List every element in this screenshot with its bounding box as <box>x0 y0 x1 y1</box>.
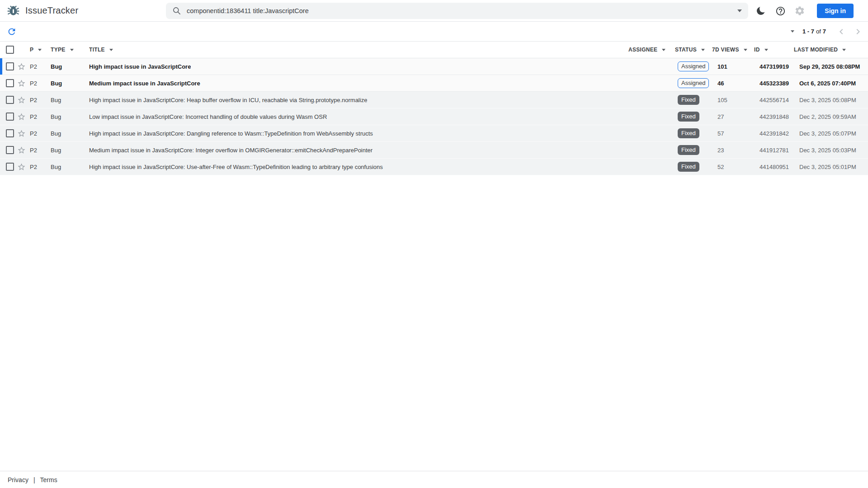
views-value: 57 <box>717 130 724 137</box>
sort-arrow-icon[interactable] <box>842 49 846 51</box>
row-checkbox[interactable] <box>6 62 14 70</box>
sort-arrow-icon[interactable] <box>744 49 747 51</box>
moon-icon <box>755 5 766 16</box>
views-value: 27 <box>717 113 724 120</box>
column-header-modified[interactable]: LAST MODIFIED <box>794 47 868 53</box>
help-button[interactable] <box>774 5 786 17</box>
issue-row[interactable]: P2 Bug High impact issue in JavaScriptCo… <box>0 92 868 108</box>
modified-value: Oct 6, 2025 07:40PM <box>799 80 856 87</box>
chevron-down-icon[interactable] <box>737 9 742 12</box>
help-icon <box>775 6 786 16</box>
issue-title-link[interactable]: High impact issue in JavaScriptCore: Dan… <box>89 130 373 137</box>
row-checkbox[interactable] <box>6 113 14 121</box>
type-value: Bug <box>51 63 62 70</box>
row-checkbox[interactable] <box>6 79 14 87</box>
column-header-title[interactable]: TITLE <box>89 47 628 53</box>
sort-arrow-icon[interactable] <box>70 49 74 51</box>
status-badge: Fixed <box>678 145 699 155</box>
issue-id: 442556714 <box>760 97 789 103</box>
star-icon[interactable] <box>17 96 26 104</box>
modified-value: Dec 3, 2025 05:08PM <box>799 97 856 103</box>
star-icon[interactable] <box>17 163 26 171</box>
table-header-row: P TYPE TITLE ASSIGNEE STATUS 7D VIEWS ID… <box>0 42 868 58</box>
issue-row[interactable]: P2 Bug High impact issue in JavaScriptCo… <box>0 58 868 75</box>
type-value: Bug <box>51 130 61 137</box>
sort-arrow-icon[interactable] <box>662 49 665 51</box>
selected-row-indicator <box>0 58 2 75</box>
column-header-assignee[interactable]: ASSIGNEE <box>628 47 675 53</box>
type-value: Bug <box>51 147 61 154</box>
views-value: 105 <box>717 97 727 103</box>
priority-value: P2 <box>30 113 37 120</box>
row-checkbox[interactable] <box>6 96 14 104</box>
privacy-link[interactable]: Privacy <box>8 476 28 483</box>
type-value: Bug <box>51 80 62 87</box>
row-checkbox[interactable] <box>6 146 14 154</box>
previous-page-button[interactable] <box>836 26 847 37</box>
star-icon[interactable] <box>17 62 26 71</box>
gear-icon <box>794 5 805 16</box>
issue-row[interactable]: P2 Bug Medium impact issue in JavaScript… <box>0 142 868 159</box>
app-title: IssueTracker <box>25 5 78 16</box>
issue-row[interactable]: P2 Bug High impact issue in JavaScriptCo… <box>0 125 868 142</box>
list-toolbar: 1 - 7 of 7 <box>0 22 868 42</box>
star-icon[interactable] <box>17 113 26 121</box>
sort-arrow-icon[interactable] <box>38 49 42 51</box>
issue-title-link[interactable]: High impact issue in JavaScriptCore: Hea… <box>89 97 367 103</box>
sign-in-button[interactable]: Sign in <box>817 4 854 18</box>
views-value: 23 <box>717 147 724 154</box>
column-header-id[interactable]: ID <box>754 47 794 53</box>
issue-title-link[interactable]: Medium impact issue in JavaScriptCore: I… <box>89 147 373 154</box>
refresh-icon <box>7 27 17 37</box>
issue-title-link[interactable]: High impact issue in JavaScriptCore: Use… <box>89 164 383 170</box>
star-icon[interactable] <box>17 146 26 155</box>
priority-value: P2 <box>30 130 37 137</box>
select-all-cell <box>0 46 17 54</box>
modified-value: Dec 3, 2025 05:01PM <box>799 164 856 170</box>
next-page-button[interactable] <box>853 26 863 37</box>
search-icon <box>172 6 181 15</box>
refresh-button[interactable] <box>5 24 19 39</box>
issue-row[interactable]: P2 Bug High impact issue in JavaScriptCo… <box>0 159 868 175</box>
issue-row[interactable]: P2 Bug Medium impact issue in JavaScript… <box>0 75 868 92</box>
modified-value: Sep 29, 2025 08:08PM <box>799 63 860 70</box>
modified-value: Dec 2, 2025 09:59AM <box>799 113 856 120</box>
terms-link[interactable]: Terms <box>40 476 57 483</box>
issue-id: 442391848 <box>760 113 789 120</box>
modified-value: Dec 3, 2025 05:07PM <box>799 130 856 137</box>
search-bar[interactable] <box>166 3 748 19</box>
status-badge: Fixed <box>678 95 699 105</box>
status-badge: Fixed <box>678 128 699 139</box>
issue-title-link[interactable]: Low impact issue in JavaScriptCore: Inco… <box>89 113 327 120</box>
status-badge: Assigned <box>678 78 709 89</box>
column-header-priority[interactable]: P <box>30 47 51 53</box>
search-input[interactable] <box>186 7 733 15</box>
sort-arrow-icon[interactable] <box>701 49 705 51</box>
star-icon[interactable] <box>17 79 26 88</box>
column-header-type[interactable]: TYPE <box>51 47 89 53</box>
issue-tracker-page: IssueTracker <box>0 0 868 488</box>
page-footer: Privacy | Terms <box>0 471 868 488</box>
status-badge: Fixed <box>678 112 699 122</box>
settings-button[interactable] <box>794 5 806 17</box>
type-value: Bug <box>51 97 61 103</box>
priority-value: P2 <box>30 164 37 170</box>
row-checkbox[interactable] <box>6 129 14 137</box>
dark-mode-button[interactable] <box>755 5 767 17</box>
issue-id: 447319919 <box>760 63 789 70</box>
issue-title-link[interactable]: High impact issue in JavaScriptCore <box>89 63 191 70</box>
priority-value: P2 <box>30 147 37 154</box>
column-header-status[interactable]: STATUS <box>675 47 712 53</box>
issue-title-link[interactable]: Medium impact issue in JavaScriptCore <box>89 80 200 87</box>
sort-arrow-icon[interactable] <box>109 49 113 51</box>
pagination: 1 - 7 of 7 <box>791 26 863 37</box>
star-icon[interactable] <box>17 129 26 138</box>
column-header-views[interactable]: 7D VIEWS <box>712 47 754 53</box>
select-all-checkbox[interactable] <box>6 46 14 54</box>
header-actions: Sign in <box>755 0 854 22</box>
issue-row[interactable]: P2 Bug Low impact issue in JavaScriptCor… <box>0 108 868 125</box>
chevron-left-icon <box>836 26 847 37</box>
row-checkbox[interactable] <box>6 163 14 171</box>
page-size-chevron-icon[interactable] <box>791 30 794 33</box>
sort-arrow-icon[interactable] <box>764 49 768 51</box>
